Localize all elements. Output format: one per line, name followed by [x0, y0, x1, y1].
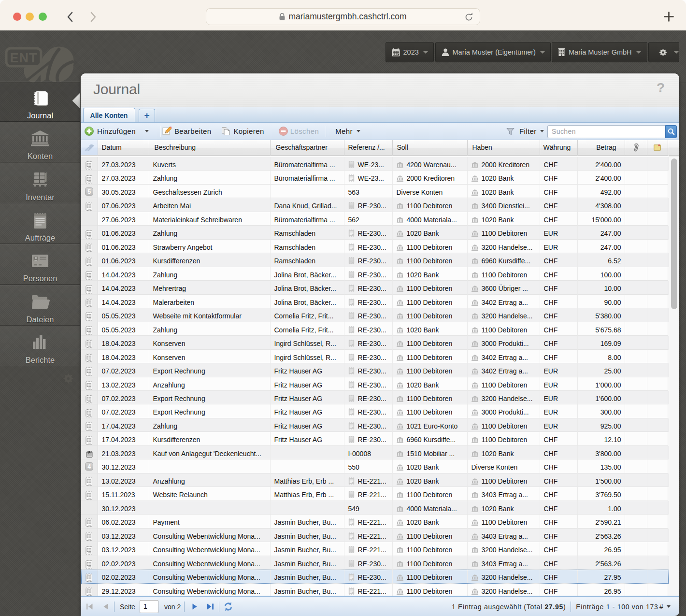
svg-text:ENT: ENT	[10, 51, 38, 65]
